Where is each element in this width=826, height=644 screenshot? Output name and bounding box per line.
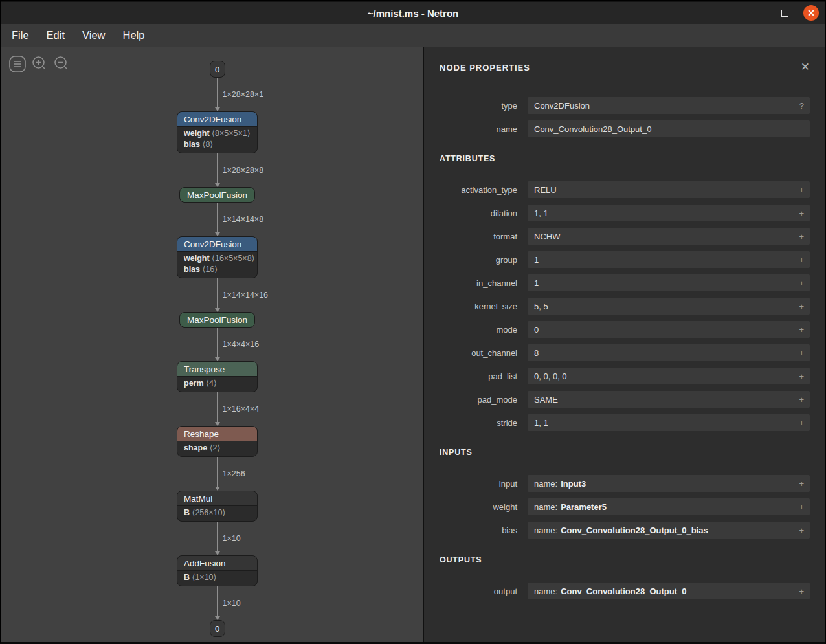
attributes-section-title: ATTRIBUTES (440, 154, 810, 163)
expand-icon[interactable]: + (799, 479, 804, 489)
graph-output-node[interactable]: 0 (210, 620, 225, 637)
attribute-value-box[interactable]: SAME+ (528, 391, 810, 408)
graph-input-node[interactable]: 0 (210, 61, 225, 78)
menu-help[interactable]: Help (117, 29, 151, 41)
expand-icon[interactable]: + (799, 526, 804, 535)
expand-icon[interactable]: + (799, 255, 804, 265)
node-param: shape ⟨2⟩ (184, 443, 251, 454)
attribute-row: kernel_size 5, 5+ (440, 298, 810, 315)
type-value-box[interactable]: Conv2DFusion ? (528, 97, 810, 114)
tensor-shape-label[interactable]: 1×256 (223, 469, 245, 478)
graph-node-conv2dfusion-2[interactable]: Conv2DFusion weight ⟨16×5×5×8⟩ bias ⟨16⟩ (177, 236, 258, 278)
expand-icon[interactable]: + (799, 586, 804, 596)
menu-bar: File Edit View Help (1, 24, 825, 47)
tensor-shape-label[interactable]: 1×10 (223, 599, 241, 608)
node-title: Transpose (177, 362, 257, 377)
minimize-button[interactable] (750, 5, 766, 21)
attribute-value-box[interactable]: 1+ (528, 251, 810, 268)
zoom-in-icon (30, 55, 49, 73)
window-controls: ✕ (750, 2, 819, 24)
model-graph: 0 1×28×28×1 Conv2DFusion weight ⟨8×5×5×1… (177, 61, 258, 637)
attribute-row: pad_mode SAME+ (440, 391, 810, 408)
graph-node-conv2dfusion-1[interactable]: Conv2DFusion weight ⟨8×5×5×1⟩ bias ⟨8⟩ (177, 111, 258, 153)
expand-icon[interactable]: + (799, 348, 804, 358)
node-param: B ⟨1×10⟩ (184, 572, 251, 583)
tensor-shape-label[interactable]: 1×28×28×1 (223, 90, 264, 99)
arrow-down-icon (215, 487, 220, 491)
graph-node-maxpoolfusion-1[interactable]: MaxPoolFusion (179, 187, 255, 203)
expand-icon[interactable]: + (799, 418, 804, 428)
expand-icon[interactable]: + (799, 302, 804, 311)
expand-icon[interactable]: + (799, 232, 804, 241)
output-value-box[interactable]: name:Conv_Convolution28_Output_0+ (528, 583, 810, 599)
expand-icon[interactable]: + (799, 325, 804, 335)
attribute-value-box[interactable]: 8+ (528, 344, 810, 361)
menu-icon (8, 55, 27, 73)
input-label: bias (440, 526, 517, 535)
attribute-row: in_channel 1+ (440, 274, 810, 291)
expand-icon[interactable]: + (799, 185, 804, 195)
input-value-box[interactable]: name:Parameter5+ (528, 498, 810, 515)
expand-icon[interactable]: + (799, 208, 804, 218)
help-icon[interactable]: ? (799, 101, 804, 111)
graph-toolbar (8, 55, 71, 73)
sidebar-menu-button[interactable] (8, 55, 27, 73)
attribute-value-box[interactable]: 1, 1+ (528, 205, 810, 221)
edge: 1×4×4×16 (177, 328, 258, 361)
name-value-box[interactable]: Conv_Convolution28_Output_0 (528, 120, 810, 137)
expand-icon[interactable]: + (799, 372, 804, 381)
graph-node-transpose[interactable]: Transpose perm ⟨4⟩ (177, 361, 258, 392)
expand-icon[interactable]: + (799, 502, 804, 512)
maximize-button[interactable] (777, 5, 792, 21)
attribute-label: activation_type (440, 185, 517, 195)
tensor-shape-label[interactable]: 1×14×14×16 (223, 291, 269, 300)
zoom-out-button[interactable] (52, 55, 71, 73)
attribute-value-box[interactable]: 0, 0, 0, 0+ (528, 368, 810, 384)
zoom-in-button[interactable] (30, 55, 49, 73)
expand-icon[interactable]: + (799, 278, 804, 288)
graph-node-maxpoolfusion-2[interactable]: MaxPoolFusion (179, 312, 255, 328)
node-param: bias ⟨8⟩ (184, 139, 251, 150)
attribute-row: activation_type RELU+ (440, 181, 810, 198)
node-title: Reshape (177, 427, 257, 441)
arrow-down-icon (215, 107, 220, 111)
property-label: type (440, 101, 517, 111)
attribute-value-box[interactable]: RELU+ (528, 181, 810, 198)
graph-node-addfusion[interactable]: AddFusion B ⟨1×10⟩ (177, 555, 258, 586)
attribute-row: mode 0+ (440, 321, 810, 338)
menu-file[interactable]: File (6, 29, 35, 41)
graph-node-matmul[interactable]: MatMul B ⟨256×10⟩ (177, 491, 258, 522)
node-param: weight ⟨16×5×5×8⟩ (184, 253, 251, 264)
attribute-value-box[interactable]: 1, 1+ (528, 414, 810, 431)
attribute-label: format (440, 232, 517, 241)
arrow-down-icon (215, 422, 220, 426)
tensor-shape-label[interactable]: 1×4×4×16 (223, 340, 260, 349)
menu-view[interactable]: View (76, 29, 111, 41)
graph-canvas[interactable]: 0 1×28×28×1 Conv2DFusion weight ⟨8×5×5×1… (1, 47, 423, 642)
tensor-shape-label[interactable]: 1×16×4×4 (223, 405, 260, 414)
input-label: input (440, 479, 517, 489)
attribute-label: pad_mode (440, 395, 517, 405)
minimize-icon (755, 16, 762, 16)
tensor-shape-label[interactable]: 1×14×14×8 (223, 215, 264, 224)
tensor-shape-label[interactable]: 1×10 (223, 534, 241, 543)
attribute-label: out_channel (440, 348, 517, 358)
attribute-value-box[interactable]: NCHW+ (528, 228, 810, 245)
input-value-box[interactable]: name:Conv_Convolution28_Output_0_bias+ (528, 522, 810, 539)
attribute-value-box[interactable]: 5, 5+ (528, 298, 810, 315)
input-value-box[interactable]: name:Input3+ (528, 475, 810, 492)
attribute-value-box[interactable]: 1+ (528, 274, 810, 291)
tensor-shape-label[interactable]: 1×28×28×8 (223, 166, 264, 175)
close-panel-button[interactable]: ✕ (801, 63, 810, 72)
expand-icon[interactable]: + (799, 395, 804, 405)
attribute-value-box[interactable]: 0+ (528, 321, 810, 338)
node-properties-panel: NODE PROPERTIES ✕ type Conv2DFusion ? na… (423, 47, 825, 642)
node-param: bias ⟨16⟩ (184, 264, 251, 275)
close-window-button[interactable]: ✕ (803, 5, 819, 21)
graph-node-reshape[interactable]: Reshape shape ⟨2⟩ (177, 426, 258, 457)
edge: 1×10 (177, 586, 258, 620)
attribute-label: pad_list (440, 372, 517, 381)
menu-edit[interactable]: Edit (41, 29, 71, 41)
attribute-label: dilation (440, 208, 517, 218)
arrow-down-icon (215, 232, 220, 236)
